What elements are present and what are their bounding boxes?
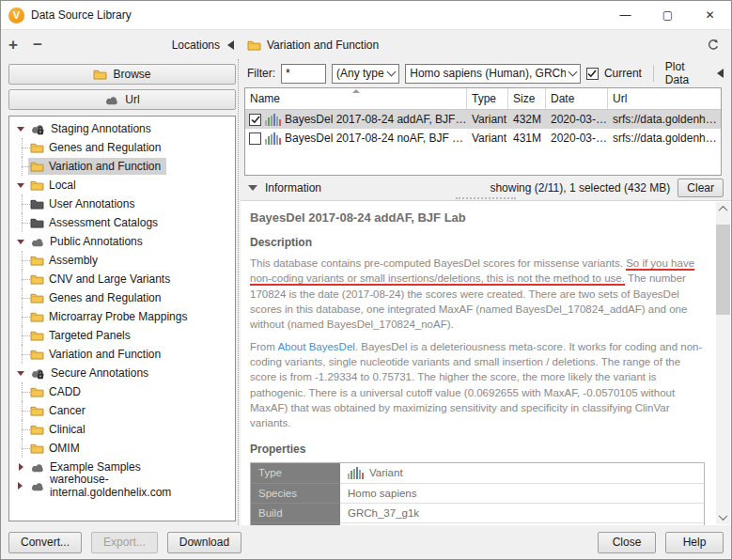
collapse-locations-icon[interactable]	[227, 40, 234, 50]
collapsed-tree-arrow-icon[interactable]	[13, 482, 28, 490]
genome-filter-select[interactable]: Homo sapiens (Human), GRCh37 (hg19	[405, 64, 581, 84]
folder-icon	[30, 386, 44, 397]
tree-item-assessment-catalogs[interactable]: Assessment Catalogs	[9, 213, 235, 232]
maximize-button[interactable]: ▢	[646, 1, 689, 29]
plot-data-label[interactable]: Plot Data	[665, 60, 708, 86]
close-button[interactable]: Close	[598, 532, 656, 553]
filter-label: Filter:	[247, 67, 275, 80]
scrollbar-thumb[interactable]	[716, 225, 730, 315]
tree-item-label: OMIM	[49, 442, 80, 455]
data-source-library-window: V Data Source Library — ▢ ✕ + − Location…	[0, 0, 732, 560]
property-label: Type	[251, 463, 340, 484]
splitter-handle[interactable]	[456, 197, 516, 199]
tree-item-assembly[interactable]: Assembly	[9, 251, 235, 270]
scroll-up-icon[interactable]	[716, 202, 730, 216]
title-bar: V Data Source Library — ▢ ✕	[1, 1, 731, 29]
clear-button[interactable]: Clear	[677, 179, 724, 197]
tree-item-staging-annotations[interactable]: Staging Annotations	[9, 119, 235, 138]
tree-item-cancer[interactable]: Cancer	[9, 401, 235, 420]
tree-item-genes-and-regulation[interactable]: Genes and Regulation	[9, 138, 235, 157]
url-button-label: Url	[125, 93, 139, 106]
convert-button[interactable]: Convert...	[8, 532, 82, 553]
help-button[interactable]: Help	[665, 532, 724, 553]
tree-item-cadd[interactable]: CADD	[9, 382, 235, 401]
divider	[653, 65, 654, 82]
property-row-location: Locationsrfs://data.goldenhelix.com:443/…	[251, 523, 704, 525]
property-value-text: GRCh_37_g1k	[348, 507, 419, 519]
column-header-type[interactable]: Type	[467, 88, 508, 109]
browse-button-label: Browse	[113, 68, 150, 81]
about-bayesdel-link[interactable]: About BayesDel	[277, 341, 354, 352]
source-date: 2020-03-06	[546, 132, 608, 145]
source-size: 431M	[508, 132, 546, 145]
table-row[interactable]: BayesDel 2017-08-24 addAF, BJF LabVarian…	[245, 110, 721, 129]
folder-icon	[30, 330, 44, 341]
url-button[interactable]: Url	[8, 89, 236, 110]
tree-item-label: Secure Annotations	[51, 366, 148, 380]
tree-item-local[interactable]: Local	[9, 176, 235, 194]
tree-item-label: User Annotations	[49, 197, 134, 210]
source-date: 2020-03-06	[546, 113, 608, 126]
tree-item-label: Staging Annotations	[51, 122, 151, 135]
description-paragraph: From About BayesDel. BayesDel is a delet…	[250, 339, 705, 431]
folder-icon	[30, 292, 44, 303]
selection-status: showing (2/11), 1 selected (432 MB)	[490, 181, 670, 194]
unchecked-checkbox[interactable]	[249, 132, 261, 145]
tree-item-variation-and-function[interactable]: Variation and Function	[9, 345, 235, 364]
expanded-tree-arrow-icon[interactable]	[13, 240, 28, 244]
source-name: BayesDel 2017-08-24 addAF, BJF Lab	[285, 113, 467, 126]
tree-item-microarray-probe-mappings[interactable]: Microarray Probe Mappings	[9, 307, 235, 326]
collapse-information-icon[interactable]	[248, 185, 257, 191]
tree-item-label: Clinical	[49, 423, 86, 436]
variant-bars-icon	[265, 132, 281, 145]
tree-item-public-annotations[interactable]: Public Annotations	[9, 232, 235, 251]
remove-location-button[interactable]: −	[33, 37, 57, 53]
expanded-tree-arrow-icon[interactable]	[13, 371, 28, 376]
description-paragraphs: This database contains pre-computed Baye…	[250, 256, 705, 431]
tree-item-label: warehouse-internal.goldenhelix.com	[50, 473, 229, 499]
column-header-date[interactable]: Date	[546, 88, 608, 109]
data-sources-table: NameTypeSizeDateUrl BayesDel 2017-08-24 …	[244, 87, 722, 176]
refresh-icon[interactable]	[707, 39, 720, 52]
folder-icon	[93, 69, 107, 80]
collapse-plot-data-icon[interactable]	[717, 69, 724, 78]
add-location-button[interactable]: +	[8, 37, 33, 53]
tree-item-targeted-panels[interactable]: Targeted Panels	[9, 326, 235, 345]
tree-item-label: CNV and Large Variants	[49, 272, 170, 286]
tree-item-secure-annotations[interactable]: Secure Annotations	[9, 364, 235, 382]
tree-item-user-annotations[interactable]: User Annotations	[9, 194, 235, 213]
download-button[interactable]: Download	[167, 532, 241, 553]
footer-bar: Convert...Export...DownloadCloseHelp	[1, 525, 731, 559]
property-row-build: BuildGRCh_37_g1k	[251, 504, 704, 523]
tree-item-warehouse-internal-goldenhelix-com[interactable]: warehouse-internal.goldenhelix.com	[9, 476, 235, 495]
minimize-button[interactable]: —	[604, 1, 646, 29]
description-heading: Description	[250, 236, 705, 249]
folder-dark-icon	[30, 217, 44, 228]
expanded-tree-arrow-icon[interactable]	[13, 127, 28, 132]
expanded-tree-arrow-icon[interactable]	[13, 183, 28, 188]
table-row[interactable]: BayesDel 2017-08-24 noAF, BJF LabVariant…	[245, 129, 721, 148]
type-filter-value: (Any type)	[336, 67, 384, 80]
information-header: Information showing (2/11), 1 selected (…	[241, 176, 731, 200]
close-window-button[interactable]: ✕	[689, 1, 731, 29]
checked-checkbox[interactable]	[249, 114, 261, 126]
tree-item-variation-and-function[interactable]: Variation and Function	[9, 157, 235, 176]
collapsed-tree-arrow-icon[interactable]	[13, 463, 28, 471]
chevron-down-icon	[568, 68, 577, 77]
type-filter-select[interactable]: (Any type)	[332, 64, 399, 84]
tree-item-label: Variation and Function	[49, 348, 161, 361]
tree-item-omim[interactable]: OMIM	[9, 439, 235, 458]
scroll-down-icon[interactable]	[716, 510, 730, 524]
tree-item-clinical[interactable]: Clinical	[9, 420, 235, 439]
browse-button[interactable]: Browse	[8, 64, 236, 85]
tree-item-cnv-and-large-variants[interactable]: CNV and Large Variants	[9, 270, 235, 288]
cloud-icon	[104, 95, 119, 105]
tree-item-genes-and-regulation[interactable]: Genes and Regulation	[9, 288, 235, 307]
export-button[interactable]: Export...	[91, 532, 158, 553]
locations-sidebar: Browse Url Staging AnnotationsGenes and …	[1, 59, 236, 525]
tree-item-label: Local	[49, 179, 76, 192]
column-header-url[interactable]: Url	[608, 88, 721, 109]
filter-input[interactable]	[281, 64, 326, 84]
current-checkbox[interactable]	[586, 68, 599, 80]
column-header-size[interactable]: Size	[508, 88, 546, 109]
